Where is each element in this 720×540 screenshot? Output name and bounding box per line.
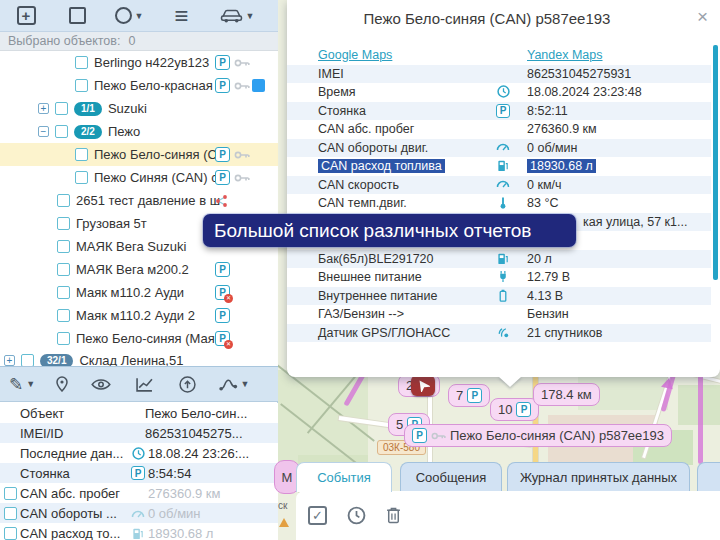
checkbox[interactable] [75, 171, 88, 184]
property-value: Пежо Бело-син... [145, 406, 247, 421]
property-value: 18930.68 л [148, 526, 213, 540]
tree-item[interactable]: Пежо Бело-красная P [0, 74, 278, 97]
row-label: CAN абс. пробег [318, 122, 414, 136]
tree-item[interactable]: Пежо Синяя (CAN) с P [0, 166, 278, 189]
checkbox[interactable] [55, 125, 68, 138]
parking-icon: P [215, 55, 230, 70]
parking-icon: P [495, 104, 511, 118]
checkbox-icon[interactable]: ✓ [308, 506, 327, 525]
tree-item-label: МАЯК Вега Suzuki [76, 239, 186, 254]
object-properties-table: Объект Пежо Бело-син... IMEI/ID 86253104… [0, 403, 278, 540]
tree-group-label: Склад Ленина,51 [79, 353, 183, 366]
group-count-badge: 32/1 [40, 354, 73, 367]
key-icon [234, 151, 250, 159]
checkbox[interactable] [55, 102, 68, 115]
row-label: Датчик GPS/ГЛОНАСС [318, 326, 450, 340]
list-view-icon[interactable]: ≡ [156, 0, 206, 32]
vehicle-filter-icon[interactable]: ▼ [206, 0, 268, 32]
collapse-icon[interactable]: − [38, 126, 49, 137]
checkbox[interactable] [75, 56, 88, 69]
row-value: 862531045275931 [527, 67, 631, 81]
expand-icon[interactable]: + [4, 355, 15, 366]
map-cluster-label[interactable]: 7P [448, 384, 490, 407]
row-label: Время [318, 85, 356, 99]
tree-item[interactable]: МАЯК Вега м200.2 P [0, 258, 278, 281]
vehicle-direction-marker[interactable] [411, 375, 435, 396]
checkbox[interactable] [57, 217, 70, 230]
distance-text: 178.4 км [541, 387, 592, 402]
tree-item-selected[interactable]: Пежо Бело-синяя (С P [0, 143, 278, 166]
parking-icon: P [215, 147, 230, 162]
tree-item[interactable]: Berlingo н422ув123 P [0, 51, 278, 74]
clock-icon [130, 447, 146, 460]
trash-icon[interactable] [386, 507, 401, 524]
row-value: 18.08.2024 23:23:48 [527, 85, 642, 99]
rectangle-select-icon[interactable] [52, 0, 102, 32]
checkbox[interactable] [57, 309, 70, 322]
gauge-icon [495, 178, 511, 188]
popup-row: Время 18.08.2024 23:23:48 [287, 83, 711, 102]
popup-scrollbar[interactable] [713, 45, 718, 280]
tab-events[interactable]: События [296, 462, 392, 492]
row-label: Внутреннее питание [318, 289, 437, 303]
checkbox[interactable] [21, 354, 34, 366]
tree-group[interactable]: − 2/2 Пежо [0, 120, 278, 143]
map-cluster-label[interactable]: 10P [490, 398, 539, 421]
tab-data-journal[interactable]: Журнал принятых данных [507, 462, 690, 491]
clock-icon[interactable] [347, 506, 366, 525]
map-vehicle-label[interactable]: P Пежо Бело-синяя (CAN) p587ee193 [404, 424, 672, 447]
yandex-maps-link[interactable]: Yandex Maps [527, 48, 603, 62]
tab-partial[interactable] [697, 462, 720, 491]
cluster-count: 10 [498, 402, 512, 417]
tree-item-label: Пежо Бело-синяя (Мая [76, 331, 215, 346]
route-icon[interactable]: ▼ [208, 378, 260, 391]
tree-group[interactable]: + 32/1 Склад Ленина,51 [0, 349, 278, 366]
checkbox[interactable] [57, 332, 70, 345]
checkbox[interactable] [57, 194, 70, 207]
tree-item[interactable]: Пежо Бело-синяя (Мая P [0, 327, 278, 350]
property-value: 0 об/мин [148, 506, 201, 521]
expand-icon[interactable]: + [38, 103, 49, 114]
circle-select-icon[interactable]: ▼ [102, 0, 156, 32]
checkbox[interactable] [57, 263, 70, 276]
property-value: 276360.9 км [148, 486, 220, 501]
tree-item[interactable]: 2651 тест давление в ш [0, 189, 278, 212]
export-icon[interactable] [166, 376, 208, 393]
edit-icon[interactable]: ✎▼ [0, 374, 44, 395]
row-label: CAN расход топлива [318, 159, 445, 173]
tree-group[interactable]: + 1/1 Suzuki [0, 97, 278, 120]
tab-messages[interactable]: Сообщения [400, 462, 502, 491]
route-arrow [661, 377, 675, 389]
popup-row: CAN абс. пробег 276360.9 км [287, 120, 711, 139]
parking-icon: P [215, 78, 230, 93]
property-value: 862531045275... [145, 426, 243, 441]
google-maps-link[interactable]: Google Maps [318, 48, 392, 62]
row-value: 0 об/мин [527, 141, 578, 155]
property-row: CAN обороты ... 0 об/мин [0, 503, 278, 523]
close-icon[interactable]: × [697, 6, 708, 28]
checkbox[interactable] [4, 527, 17, 540]
checkbox[interactable] [75, 148, 88, 161]
property-label: IMEI/ID [20, 426, 63, 441]
property-row: CAN абс. пробег 276360.9 км [0, 483, 278, 503]
row-label: CAN скорость [318, 178, 399, 192]
checkbox[interactable] [57, 286, 70, 299]
tree-item-label: Пежо Бело-синяя (С [94, 147, 217, 162]
row-value: 0 км/ч [527, 178, 561, 192]
add-object-icon[interactable]: + [0, 0, 52, 32]
key-icon [431, 432, 446, 440]
popup-row: Бак(65л)BLE291720 20 л [287, 250, 711, 269]
checkbox[interactable] [57, 240, 70, 253]
tree-item[interactable]: Маяк м110.2 Ауди 2 P [0, 304, 278, 327]
location-pin-icon[interactable] [44, 376, 80, 392]
row-value: Бензин [527, 307, 569, 321]
checkbox[interactable] [4, 507, 17, 520]
visibility-icon[interactable] [80, 379, 122, 390]
tree-item[interactable]: Маяк м110.2 Ауди P [0, 281, 278, 304]
checkbox[interactable] [4, 487, 17, 500]
parking-icon: P [130, 466, 146, 480]
checkbox[interactable] [75, 79, 88, 92]
vehicle-label-text: Пежо Бело-синяя (CAN) p587ee193 [450, 428, 664, 443]
chart-icon[interactable] [122, 377, 166, 392]
popup-row-selected: CAN расход топлива 18930.68 л [287, 157, 711, 176]
